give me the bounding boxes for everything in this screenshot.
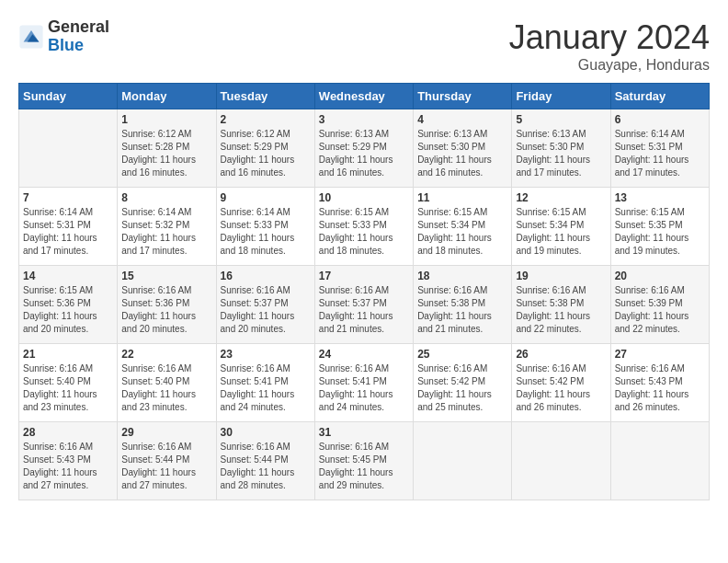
day-number: 13 — [615, 191, 705, 204]
day-number: 30 — [221, 426, 311, 439]
month-title: January 2024 — [509, 18, 710, 57]
location-title: Guayape, Honduras — [509, 57, 710, 74]
day-number: 23 — [221, 348, 311, 361]
logo: General Blue — [18, 18, 109, 55]
day-info: Sunrise: 6:16 AM Sunset: 5:41 PM Dayligh… — [319, 362, 409, 414]
day-number: 18 — [417, 270, 507, 282]
calendar-table: SundayMondayTuesdayWednesdayThursdayFrid… — [18, 83, 710, 500]
day-cell: 5Sunrise: 6:13 AM Sunset: 5:30 PM Daylig… — [512, 109, 610, 188]
day-info: Sunrise: 6:16 AM Sunset: 5:36 PM Dayligh… — [121, 284, 211, 336]
day-cell — [414, 422, 512, 500]
day-cell: 13Sunrise: 6:15 AM Sunset: 5:35 PM Dayli… — [610, 188, 709, 266]
day-cell: 2Sunrise: 6:12 AM Sunset: 5:29 PM Daylig… — [216, 109, 314, 188]
day-info: Sunrise: 6:16 AM Sunset: 5:39 PM Dayligh… — [615, 284, 705, 336]
day-cell: 10Sunrise: 6:15 AM Sunset: 5:33 PM Dayli… — [314, 188, 413, 266]
day-cell: 8Sunrise: 6:14 AM Sunset: 5:32 PM Daylig… — [118, 188, 216, 266]
day-cell: 17Sunrise: 6:16 AM Sunset: 5:37 PM Dayli… — [314, 266, 413, 344]
day-cell: 27Sunrise: 6:16 AM Sunset: 5:43 PM Dayli… — [610, 344, 709, 422]
day-info: Sunrise: 6:16 AM Sunset: 5:42 PM Dayligh… — [417, 362, 507, 414]
day-number: 14 — [23, 270, 113, 282]
day-cell: 14Sunrise: 6:15 AM Sunset: 5:36 PM Dayli… — [19, 266, 118, 344]
day-cell — [512, 422, 610, 500]
day-cell: 18Sunrise: 6:16 AM Sunset: 5:38 PM Dayli… — [414, 266, 512, 344]
day-number: 8 — [121, 191, 211, 204]
day-number: 20 — [615, 270, 705, 282]
day-info: Sunrise: 6:15 AM Sunset: 5:33 PM Dayligh… — [319, 206, 409, 258]
week-row-5: 28Sunrise: 6:16 AM Sunset: 5:43 PM Dayli… — [19, 422, 710, 500]
day-info: Sunrise: 6:16 AM Sunset: 5:45 PM Dayligh… — [319, 441, 409, 492]
week-row-1: 1Sunrise: 6:12 AM Sunset: 5:28 PM Daylig… — [19, 109, 710, 188]
day-cell: 7Sunrise: 6:14 AM Sunset: 5:31 PM Daylig… — [19, 188, 118, 266]
day-cell: 6Sunrise: 6:14 AM Sunset: 5:31 PM Daylig… — [610, 109, 709, 188]
day-cell — [610, 422, 709, 500]
day-info: Sunrise: 6:14 AM Sunset: 5:31 PM Dayligh… — [615, 128, 705, 179]
title-area: January 2024 Guayape, Honduras — [509, 18, 710, 74]
logo-icon — [18, 24, 44, 50]
week-row-3: 14Sunrise: 6:15 AM Sunset: 5:36 PM Dayli… — [19, 266, 710, 344]
day-cell: 12Sunrise: 6:15 AM Sunset: 5:34 PM Dayli… — [512, 188, 610, 266]
day-cell: 23Sunrise: 6:16 AM Sunset: 5:41 PM Dayli… — [216, 344, 314, 422]
day-number: 12 — [516, 191, 606, 204]
day-cell: 1Sunrise: 6:12 AM Sunset: 5:28 PM Daylig… — [118, 109, 216, 188]
day-cell: 25Sunrise: 6:16 AM Sunset: 5:42 PM Dayli… — [414, 344, 512, 422]
day-number: 25 — [417, 348, 507, 361]
day-cell: 22Sunrise: 6:16 AM Sunset: 5:40 PM Dayli… — [118, 344, 216, 422]
day-number: 22 — [121, 348, 211, 361]
header-cell-tuesday: Tuesday — [216, 84, 314, 109]
day-info: Sunrise: 6:16 AM Sunset: 5:38 PM Dayligh… — [417, 284, 507, 336]
week-row-4: 21Sunrise: 6:16 AM Sunset: 5:40 PM Dayli… — [19, 344, 710, 422]
day-cell: 26Sunrise: 6:16 AM Sunset: 5:42 PM Dayli… — [512, 344, 610, 422]
day-number: 3 — [319, 113, 409, 126]
day-info: Sunrise: 6:16 AM Sunset: 5:42 PM Dayligh… — [516, 362, 606, 414]
day-cell: 20Sunrise: 6:16 AM Sunset: 5:39 PM Dayli… — [610, 266, 709, 344]
day-info: Sunrise: 6:16 AM Sunset: 5:38 PM Dayligh… — [516, 284, 606, 336]
day-number: 1 — [121, 113, 211, 126]
day-cell: 24Sunrise: 6:16 AM Sunset: 5:41 PM Dayli… — [314, 344, 413, 422]
day-number: 19 — [516, 270, 606, 282]
day-cell: 30Sunrise: 6:16 AM Sunset: 5:44 PM Dayli… — [216, 422, 314, 500]
header-cell-monday: Monday — [118, 84, 216, 109]
header-cell-saturday: Saturday — [610, 84, 709, 109]
day-cell: 31Sunrise: 6:16 AM Sunset: 5:45 PM Dayli… — [314, 422, 413, 500]
day-cell — [19, 109, 118, 188]
day-number: 5 — [516, 113, 606, 126]
day-info: Sunrise: 6:14 AM Sunset: 5:31 PM Dayligh… — [23, 206, 113, 258]
calendar-header: SundayMondayTuesdayWednesdayThursdayFrid… — [19, 84, 710, 109]
day-cell: 16Sunrise: 6:16 AM Sunset: 5:37 PM Dayli… — [216, 266, 314, 344]
week-row-2: 7Sunrise: 6:14 AM Sunset: 5:31 PM Daylig… — [19, 188, 710, 266]
day-info: Sunrise: 6:16 AM Sunset: 5:43 PM Dayligh… — [615, 362, 705, 414]
logo-text: General Blue — [48, 18, 109, 55]
day-info: Sunrise: 6:15 AM Sunset: 5:35 PM Dayligh… — [615, 206, 705, 258]
day-info: Sunrise: 6:16 AM Sunset: 5:43 PM Dayligh… — [23, 441, 113, 492]
day-number: 31 — [319, 426, 409, 439]
day-number: 27 — [615, 348, 705, 361]
header-cell-sunday: Sunday — [19, 84, 118, 109]
header-row: SundayMondayTuesdayWednesdayThursdayFrid… — [19, 84, 710, 109]
day-cell: 28Sunrise: 6:16 AM Sunset: 5:43 PM Dayli… — [19, 422, 118, 500]
day-number: 6 — [615, 113, 705, 126]
day-number: 9 — [221, 191, 311, 204]
day-info: Sunrise: 6:16 AM Sunset: 5:37 PM Dayligh… — [319, 284, 409, 336]
day-cell: 19Sunrise: 6:16 AM Sunset: 5:38 PM Dayli… — [512, 266, 610, 344]
header-cell-thursday: Thursday — [414, 84, 512, 109]
day-cell: 21Sunrise: 6:16 AM Sunset: 5:40 PM Dayli… — [19, 344, 118, 422]
day-cell: 29Sunrise: 6:16 AM Sunset: 5:44 PM Dayli… — [118, 422, 216, 500]
day-info: Sunrise: 6:13 AM Sunset: 5:30 PM Dayligh… — [417, 128, 507, 179]
day-info: Sunrise: 6:14 AM Sunset: 5:33 PM Dayligh… — [221, 206, 311, 258]
day-cell: 11Sunrise: 6:15 AM Sunset: 5:34 PM Dayli… — [414, 188, 512, 266]
day-info: Sunrise: 6:16 AM Sunset: 5:44 PM Dayligh… — [221, 441, 311, 492]
day-number: 28 — [23, 426, 113, 439]
day-number: 21 — [23, 348, 113, 361]
day-number: 17 — [319, 270, 409, 282]
day-info: Sunrise: 6:16 AM Sunset: 5:37 PM Dayligh… — [221, 284, 311, 336]
logo-general: General — [48, 18, 109, 37]
header-cell-friday: Friday — [512, 84, 610, 109]
day-info: Sunrise: 6:15 AM Sunset: 5:36 PM Dayligh… — [23, 284, 113, 336]
day-number: 11 — [417, 191, 507, 204]
day-info: Sunrise: 6:12 AM Sunset: 5:29 PM Dayligh… — [221, 128, 311, 179]
day-info: Sunrise: 6:16 AM Sunset: 5:41 PM Dayligh… — [221, 362, 311, 414]
day-info: Sunrise: 6:15 AM Sunset: 5:34 PM Dayligh… — [516, 206, 606, 258]
day-number: 24 — [319, 348, 409, 361]
day-info: Sunrise: 6:12 AM Sunset: 5:28 PM Dayligh… — [121, 128, 211, 179]
day-info: Sunrise: 6:15 AM Sunset: 5:34 PM Dayligh… — [417, 206, 507, 258]
